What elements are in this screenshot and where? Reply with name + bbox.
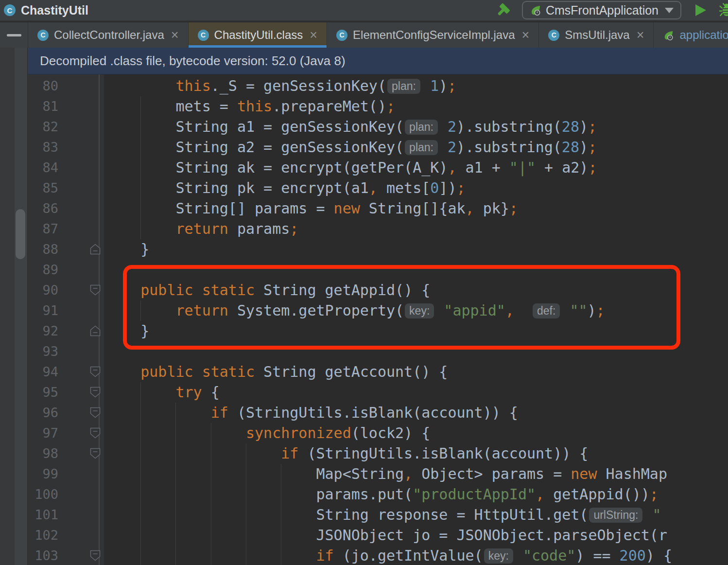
line-number: 103 [28,546,58,565]
code-line: 94 public static String getAccount() { [28,362,728,382]
code-line-text: mets = this.prepareMet(); [105,96,728,117]
fold-gutter-cell [58,76,105,96]
tab-chastityutil-class[interactable]: CChastityUtil.class× [189,22,328,48]
left-tool-strip [0,48,15,565]
line-number: 90 [28,280,58,300]
fold-end-icon[interactable] [90,325,101,336]
java-class-icon: C [37,30,49,41]
code-line-text: try { [105,382,728,403]
line-number: 99 [28,464,58,484]
code-line: 83 String a2 = genSessionKey(plan: 2).su… [28,137,728,158]
code-line: 87 return params; [28,219,728,239]
tab-label: ElementConfigServiceImpl.java [353,28,515,42]
line-number: 93 [28,341,58,362]
close-tab-icon[interactable]: × [522,29,530,42]
fold-collapse-icon[interactable] [90,407,101,418]
line-number: 83 [28,137,58,158]
run-button[interactable] [692,2,709,18]
line-number: 81 [28,96,58,117]
code-line-text: this._S = genSessionKey(plan: 1); [105,76,728,96]
code-line: 100 params.put("productAppId", getAppid(… [28,484,728,505]
tab-elementconfigserviceimpl-java[interactable]: CElementConfigServiceImpl.java× [327,22,539,48]
fold-collapse-icon[interactable] [90,284,101,296]
line-number: 86 [28,198,58,219]
fold-gutter-cell [58,464,105,484]
fold-gutter-cell [58,178,105,198]
fold-gutter-cell [58,341,105,362]
fold-collapse-icon[interactable] [90,550,101,561]
close-tab-icon[interactable]: × [637,29,644,42]
debug-button[interactable] [719,1,728,19]
close-tab-icon[interactable]: × [171,29,179,42]
fold-gutter-cell [58,137,105,158]
code-editor[interactable]: 80 this._S = genSessionKey(plan: 1);81 m… [28,74,728,565]
fold-collapse-icon[interactable] [90,366,101,377]
debug-bug-icon [719,1,728,19]
tab-label: CollectController.java [54,28,164,42]
line-number: 82 [28,117,58,137]
decompiled-banner-text: Decompiled .class file, bytecode version… [28,53,346,69]
fold-gutter-cell [58,362,105,382]
code-line-text: return System.getProperty(key: "appid", … [105,300,728,321]
close-tab-icon[interactable]: × [310,29,317,42]
fold-gutter-cell [58,443,105,464]
code-line-text: } [105,239,728,260]
hide-panel-button[interactable] [0,22,28,48]
code-line: 90 public static String getAppid() { [28,280,728,300]
line-number: 84 [28,158,58,178]
java-class-icon: C [548,30,559,41]
code-lines: 80 this._S = genSessionKey(plan: 1);81 m… [28,76,728,565]
code-line: 99 Map<String, Object> params = new Hash… [28,464,728,484]
fold-gutter-cell [58,423,105,443]
tab-smsutil-java[interactable]: CSmsUtil.java× [539,22,654,48]
code-line: 91 return System.getProperty(key: "appid… [28,300,728,321]
code-line: 101 String response = HttpUtil.get(urlSt… [28,505,728,525]
fold-gutter-cell [58,403,105,423]
line-number: 87 [28,219,58,239]
code-line-text: } [105,321,728,341]
code-line: 80 this._S = genSessionKey(plan: 1); [28,76,728,96]
fold-gutter-cell [58,484,105,505]
line-number: 94 [28,362,58,382]
code-line-text: JSONObject jo = JSONObject.parseObject(r [105,525,728,546]
code-line-text: String[] params = new String[]{ak, pk}; [105,198,728,219]
fold-gutter-cell [58,198,105,219]
run-config-selector[interactable]: CmsFrontApplication [522,1,681,19]
code-line-text: public static String getAppid() { [105,280,728,300]
fold-collapse-icon[interactable] [90,448,101,459]
decompiled-banner: Decompiled .class file, bytecode version… [28,48,728,74]
fold-collapse-icon[interactable] [90,387,101,398]
spring-boot-icon [663,30,674,41]
line-number: 89 [28,260,58,280]
code-line-text: String ak = encrypt(getPer(A_K), a1 + "|… [105,158,728,178]
fold-gutter-cell [58,239,105,260]
line-number: 95 [28,382,58,403]
code-line-text: if (StringUtils.isBlank(account)) { [105,403,728,423]
code-line-text [105,341,728,362]
code-line: 96 if (StringUtils.isBlank(account)) { [28,403,728,423]
fold-gutter-cell [58,505,105,525]
fold-end-icon[interactable] [90,244,101,255]
fold-gutter-cell [58,117,105,137]
line-number: 92 [28,321,58,341]
build-hammer-icon[interactable] [495,2,511,18]
java-class-icon: C [4,4,16,16]
window-title: ChastityUtil [21,3,88,18]
tab-collectcontroller-java[interactable]: CCollectController.java× [28,22,189,48]
fold-collapse-icon[interactable] [90,427,101,439]
code-line-text: params.put("productAppId", getAppid()); [105,484,728,505]
scrollbar-thumb[interactable] [16,209,25,259]
fold-gutter-cell [58,300,105,321]
code-line-text [105,260,728,280]
line-number: 102 [28,525,58,546]
tab-label: SmsUtil.java [565,28,629,42]
fold-gutter-cell [58,96,105,117]
toolbar: CmsFrontApplication [495,1,728,19]
line-number: 98 [28,443,58,464]
code-line: 102 JSONObject jo = JSONObject.parseObje… [28,525,728,546]
code-line: 82 String a1 = genSessionKey(plan: 2).su… [28,117,728,137]
editor-tab-bar: CCollectController.java×CChastityUtil.cl… [0,22,728,48]
code-line: 92 } [28,321,728,341]
line-number: 88 [28,239,58,260]
tab-application-dev[interactable]: application-dev [654,22,728,48]
